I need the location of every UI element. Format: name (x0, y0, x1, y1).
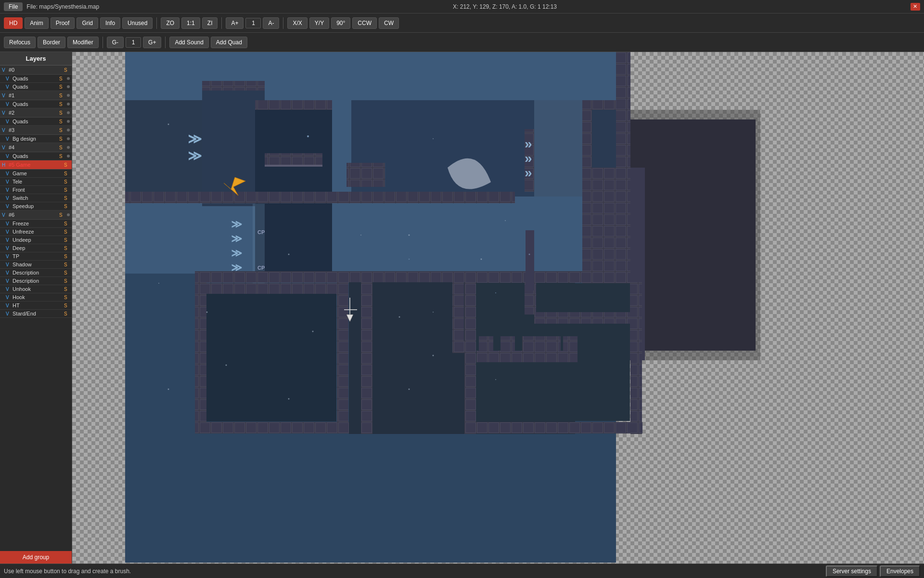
svg-rect-55 (630, 282, 642, 434)
add-sound-button[interactable]: Add Sound (169, 37, 208, 48)
status-hint: Use left mouse button to drag and create… (4, 568, 131, 575)
svg-text:≫: ≫ (231, 247, 242, 259)
envelopes-button[interactable]: Envelopes (880, 565, 920, 577)
g-minus-button[interactable]: G- (107, 37, 124, 48)
anim-button[interactable]: Anim (25, 17, 48, 29)
divider1 (156, 17, 157, 29)
modifier-button[interactable]: Modifier (67, 37, 99, 48)
svg-point-78 (312, 331, 314, 332)
svg-point-87 (409, 259, 410, 260)
close-button[interactable]: ✕ (911, 3, 920, 11)
map-view[interactable]: ≫ ≫ ≫ ≫ ≫ ≫ » » » CP (72, 52, 924, 564)
border-button[interactable]: Border (38, 37, 65, 48)
svg-point-80 (433, 355, 434, 356)
layer-freeze[interactable]: V Freeze S (0, 220, 72, 228)
svg-rect-23 (346, 163, 385, 187)
ccw-button[interactable]: CCW (352, 17, 377, 29)
layer-quads-1[interactable]: V Quads S (0, 100, 72, 108)
a-value: 1 (245, 18, 261, 28)
statusbar: Use left mouse button to drag and create… (0, 564, 924, 578)
zoom-ratio-button[interactable]: 1:1 (181, 17, 200, 29)
cw-button[interactable]: CW (379, 17, 399, 29)
titlebar-coords: X: 212, Y: 129, Z: 170, A: 1.0, G: 1 12:… (453, 3, 557, 10)
a-plus-button[interactable]: A+ (226, 17, 244, 29)
layer-unfreeze[interactable]: V Unfreeze S (0, 228, 72, 236)
layer-group-1[interactable]: V #1 S (0, 91, 72, 100)
svg-text:≫: ≫ (231, 233, 242, 245)
layer-ht[interactable]: V HT S (0, 302, 72, 310)
file-menu[interactable]: File (4, 2, 23, 11)
toolbar-row2: Refocus Border Modifier G- 1 G+ Add Soun… (0, 33, 924, 52)
layer-group-3[interactable]: V #3 S (0, 126, 72, 135)
zi-button[interactable]: ZI (202, 17, 218, 29)
layer-quads-4[interactable]: V Quads S (0, 152, 72, 160)
svg-rect-31 (125, 192, 515, 203)
layer-speedup[interactable]: V Speedup S (0, 202, 72, 210)
info-button[interactable]: Info (100, 17, 120, 29)
hd-button[interactable]: HD (4, 17, 23, 29)
divider5 (165, 37, 166, 48)
unused-button[interactable]: Unused (122, 17, 153, 29)
refocus-button[interactable]: Refocus (4, 37, 36, 48)
add-quad-button[interactable]: Add Quad (211, 37, 247, 48)
layer-front[interactable]: V Front S (0, 186, 72, 194)
rot90-button[interactable]: 90° (331, 17, 350, 29)
yy-button[interactable]: Y/Y (309, 17, 329, 29)
svg-rect-45 (195, 283, 344, 295)
titlebar-filepath: File: maps/Synesthesia.map (26, 3, 99, 10)
divider2 (221, 17, 222, 29)
svg-point-86 (307, 135, 309, 137)
svg-rect-53 (464, 271, 630, 283)
svg-rect-13 (255, 100, 332, 110)
layer-deep[interactable]: V Deep S (0, 244, 72, 252)
layer-quads-2[interactable]: V Quads S (0, 118, 72, 126)
grid-button[interactable]: Grid (77, 17, 98, 29)
layer-tele[interactable]: V Tele S (0, 178, 72, 186)
svg-text:≫: ≫ (188, 131, 202, 146)
svg-point-84 (505, 220, 506, 221)
layer-unhook[interactable]: V Unhook S (0, 285, 72, 293)
layer-switch[interactable]: V Switch S (0, 194, 72, 202)
layer-group-5[interactable]: H #5 Game S (0, 160, 72, 170)
zo-button[interactable]: ZO (161, 17, 180, 29)
layer-group-6[interactable]: V #6 S (0, 210, 72, 220)
svg-rect-22 (265, 165, 322, 167)
svg-rect-61 (563, 336, 578, 351)
g-plus-button[interactable]: G+ (143, 37, 161, 48)
layer-group-0[interactable]: V #0 S (0, 66, 72, 75)
layer-game[interactable]: V Game S (0, 170, 72, 178)
layer-tp[interactable]: V TP S (0, 252, 72, 261)
svg-rect-54 (464, 282, 476, 434)
layer-group-4[interactable]: V #4 S (0, 143, 72, 152)
svg-point-76 (226, 365, 227, 366)
layer-quads-0b[interactable]: V Quads S (0, 83, 72, 91)
svg-rect-60 (522, 336, 561, 351)
sidebar: Layers V #0 S V Quads S V Quads S V #1 S… (0, 52, 72, 564)
server-settings-button[interactable]: Server settings (826, 565, 878, 577)
titlebar-left: File File: maps/Synesthesia.map (4, 2, 99, 11)
svg-point-89 (495, 292, 496, 293)
add-group-button[interactable]: Add group (0, 551, 72, 564)
layer-shadow[interactable]: V Shadow S (0, 261, 72, 269)
a-minus-button[interactable]: A- (263, 17, 279, 29)
svg-rect-56 (464, 422, 642, 434)
svg-point-83 (360, 235, 361, 236)
layer-bgdesign[interactable]: V Bg design S (0, 135, 72, 143)
layer-hook[interactable]: V Hook S (0, 293, 72, 302)
svg-point-77 (288, 398, 290, 400)
divider4 (103, 37, 103, 48)
proof-button[interactable]: Proof (51, 17, 75, 29)
svg-point-79 (399, 316, 400, 318)
layer-quads-0a[interactable]: V Quads S (0, 75, 72, 83)
toolbar-row1: HD Anim Proof Grid Info Unused ZO 1:1 ZI… (0, 13, 924, 33)
svg-point-81 (168, 389, 169, 390)
svg-point-90 (409, 389, 410, 390)
layer-undeep[interactable]: V Undeep S (0, 236, 72, 244)
layer-description2[interactable]: V Description S (0, 277, 72, 285)
svg-rect-62 (476, 351, 578, 362)
xx-button[interactable]: X/X (287, 17, 307, 29)
map-canvas-area[interactable]: ≫ ≫ ≫ ≫ ≫ ≫ » » » CP (72, 52, 924, 564)
layer-stardend[interactable]: V Stard/End S (0, 310, 72, 318)
layer-group-2[interactable]: V #2 S (0, 108, 72, 118)
layer-description1[interactable]: V Description S (0, 269, 72, 277)
